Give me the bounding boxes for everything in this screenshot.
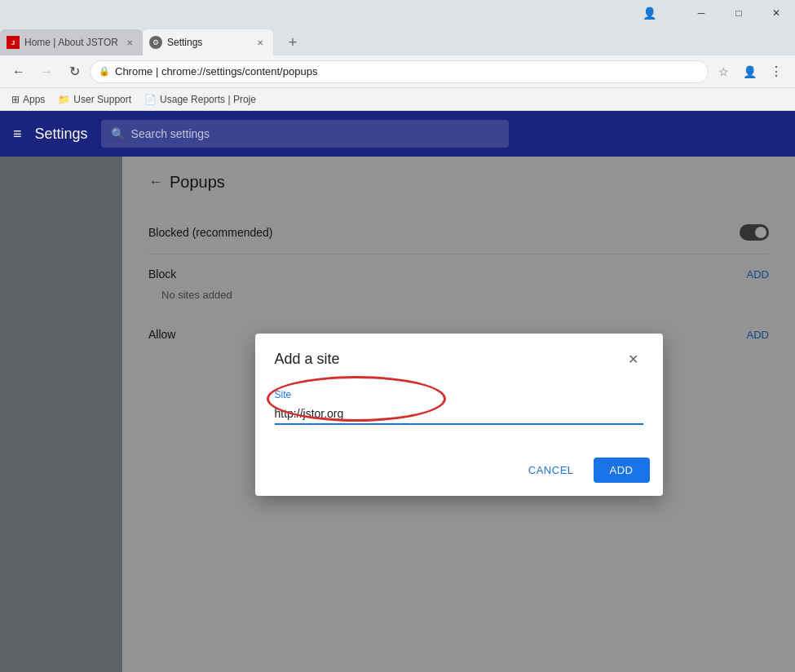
- tab-settings-title: Settings: [167, 37, 249, 48]
- cancel-button[interactable]: CANCEL: [515, 458, 587, 483]
- address-domain: Chrome: [115, 65, 152, 77]
- user-support-folder-icon: 📁: [58, 94, 70, 105]
- settings-page-title: Settings: [35, 126, 88, 143]
- lock-icon: 🔒: [99, 66, 110, 77]
- chrome-menu-button[interactable]: ⋮: [764, 60, 788, 84]
- settings-search-icon: 🔍: [111, 127, 125, 140]
- user-profile-icon[interactable]: 👤: [643, 7, 656, 20]
- new-tab-button[interactable]: +: [281, 31, 304, 54]
- dialog-close-button[interactable]: ✕: [624, 350, 643, 369]
- account-button[interactable]: 👤: [738, 60, 761, 83]
- tab-settings-close[interactable]: ✕: [254, 36, 267, 49]
- back-button[interactable]: ←: [7, 60, 31, 84]
- forward-button[interactable]: →: [34, 60, 59, 84]
- settings-body: ← Popups Blocked (recommended) Block ADD: [0, 157, 795, 672]
- add-site-dialog: Add a site ✕ Site CANCEL: [255, 334, 663, 496]
- bookmarks-bar: ⊞ Apps 📁 User Support 📄 Usage Reports | …: [0, 88, 795, 111]
- bookmark-user-support[interactable]: 📁 User Support: [53, 92, 136, 107]
- settings-search-bar[interactable]: 🔍 Search settings: [101, 120, 509, 148]
- address-path: chrome://settings/content/popups: [161, 65, 318, 77]
- minimize-button[interactable]: ─: [682, 0, 720, 26]
- dialog-header: Add a site ✕: [255, 334, 663, 382]
- bookmark-star-button[interactable]: ☆: [712, 60, 735, 83]
- browser-window: 👤 ─ □ ✕ J Home | About JSTOR ✕ ⚙ Setting…: [0, 0, 795, 672]
- tab-jstor-close[interactable]: ✕: [123, 36, 136, 49]
- tab-jstor-title: Home | About JSTOR: [24, 37, 118, 48]
- dialog-title: Add a site: [275, 351, 340, 368]
- site-field-wrapper: Site: [275, 389, 643, 425]
- main-content: ≡ Settings 🔍 Search settings ← Popups: [0, 111, 795, 672]
- add-button[interactable]: ADD: [594, 458, 650, 483]
- settings-menu-icon[interactable]: ≡: [13, 126, 22, 143]
- address-bar[interactable]: 🔒 Chrome | chrome://settings/content/pop…: [90, 60, 709, 83]
- usage-reports-doc-icon: 📄: [144, 94, 157, 105]
- settings-page-content: ← Popups Blocked (recommended) Block ADD: [122, 157, 795, 672]
- address-separator: |: [156, 65, 161, 77]
- site-field-input[interactable]: [275, 404, 643, 425]
- restore-button[interactable]: □: [720, 0, 757, 26]
- address-text: Chrome | chrome://settings/content/popup…: [115, 65, 700, 77]
- bookmark-usage-reports[interactable]: 📄 Usage Reports | Proje: [139, 92, 261, 107]
- tabs-bar: J Home | About JSTOR ✕ ⚙ Settings ✕ +: [0, 26, 795, 55]
- tab-jstor[interactable]: J Home | About JSTOR ✕: [0, 29, 143, 55]
- settings-sidebar: [0, 157, 122, 672]
- settings-header: ≡ Settings 🔍 Search settings: [0, 111, 795, 157]
- jstor-favicon: J: [7, 36, 20, 49]
- title-bar: 👤 ─ □ ✕: [0, 0, 795, 26]
- settings-favicon: ⚙: [149, 36, 162, 49]
- dialog-overlay: Add a site ✕ Site CANCEL: [122, 157, 795, 672]
- close-button[interactable]: ✕: [757, 0, 795, 26]
- tab-settings[interactable]: ⚙ Settings ✕: [143, 29, 273, 55]
- bookmark-usage-reports-label: Usage Reports | Proje: [160, 94, 256, 105]
- bookmark-apps[interactable]: ⊞ Apps: [7, 92, 50, 107]
- bookmark-apps-label: Apps: [23, 94, 45, 105]
- settings-container: ≡ Settings 🔍 Search settings ← Popups: [0, 111, 795, 672]
- nav-bar: ← → ↻ 🔒 Chrome | chrome://settings/conte…: [0, 55, 795, 88]
- dialog-actions: CANCEL ADD: [255, 451, 663, 496]
- bookmark-user-support-label: User Support: [73, 94, 131, 105]
- site-field-label: Site: [275, 389, 643, 400]
- reload-button[interactable]: ↻: [62, 60, 86, 84]
- apps-icon: ⊞: [11, 94, 20, 105]
- dialog-body: Site: [255, 382, 663, 451]
- window-controls: ─ □ ✕: [682, 0, 795, 26]
- settings-search-placeholder: Search settings: [131, 127, 210, 140]
